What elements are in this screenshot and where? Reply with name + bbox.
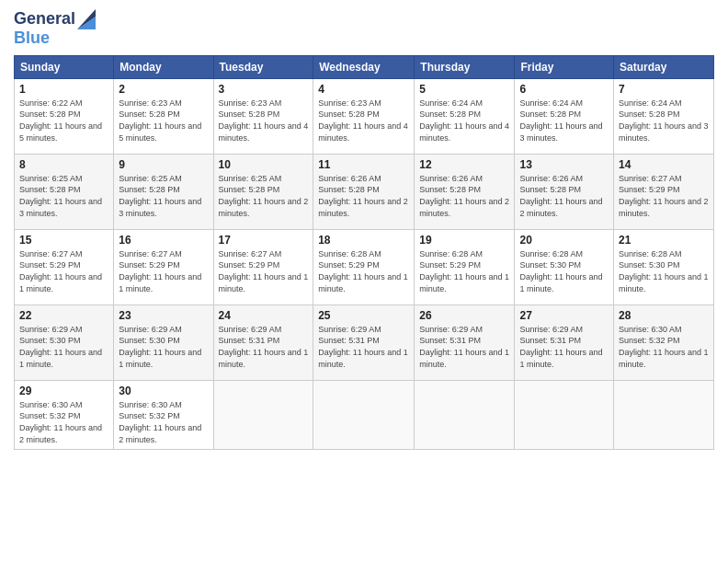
day-info: Sunrise: 6:28 AMSunset: 5:29 PMDaylight:…: [318, 248, 409, 294]
day-info: Sunrise: 6:24 AMSunset: 5:28 PMDaylight:…: [519, 98, 609, 144]
day-number: 1: [19, 83, 108, 96]
calendar-header-sunday: Sunday: [15, 55, 114, 78]
day-info: Sunrise: 6:28 AMSunset: 5:29 PMDaylight:…: [419, 248, 509, 294]
calendar-cell: 25Sunrise: 6:29 AMSunset: 5:31 PMDayligh…: [313, 304, 415, 380]
day-number: 10: [219, 158, 309, 171]
header: General Blue: [14, 9, 714, 48]
day-number: 24: [219, 309, 309, 322]
day-info: Sunrise: 6:24 AMSunset: 5:28 PMDaylight:…: [619, 98, 709, 144]
day-number: 29: [19, 385, 108, 397]
calendar-cell: [313, 380, 415, 449]
calendar-cell: 17Sunrise: 6:27 AMSunset: 5:29 PMDayligh…: [213, 229, 313, 304]
day-number: 12: [419, 158, 509, 171]
calendar-header-wednesday: Wednesday: [313, 55, 415, 78]
calendar-cell: 6Sunrise: 6:24 AMSunset: 5:28 PMDaylight…: [515, 78, 614, 154]
logo-text: General: [14, 10, 75, 29]
calendar-cell: [515, 380, 614, 449]
calendar-cell: 24Sunrise: 6:29 AMSunset: 5:31 PMDayligh…: [213, 304, 313, 380]
calendar-cell: 9Sunrise: 6:25 AMSunset: 5:28 PMDaylight…: [114, 154, 213, 229]
logo-blue: Blue: [14, 29, 96, 48]
calendar-header-thursday: Thursday: [415, 55, 515, 78]
day-info: Sunrise: 6:25 AMSunset: 5:28 PMDaylight:…: [19, 173, 108, 219]
day-number: 21: [619, 234, 709, 247]
day-number: 30: [119, 385, 208, 397]
calendar-cell: 30Sunrise: 6:30 AMSunset: 5:32 PMDayligh…: [114, 380, 213, 449]
day-number: 25: [318, 309, 409, 322]
day-number: 22: [19, 309, 108, 322]
logo-icon: [77, 9, 96, 29]
day-number: 15: [19, 234, 108, 247]
calendar-cell: 15Sunrise: 6:27 AMSunset: 5:29 PMDayligh…: [15, 229, 114, 304]
calendar-cell: [213, 380, 313, 449]
calendar-cell: 11Sunrise: 6:26 AMSunset: 5:28 PMDayligh…: [313, 154, 415, 229]
day-number: 27: [519, 309, 609, 322]
day-number: 28: [619, 309, 709, 322]
day-number: 13: [519, 158, 609, 171]
day-info: Sunrise: 6:26 AMSunset: 5:28 PMDaylight:…: [419, 173, 509, 219]
day-number: 6: [519, 83, 609, 96]
day-info: Sunrise: 6:22 AMSunset: 5:28 PMDaylight:…: [19, 98, 108, 144]
calendar-header-saturday: Saturday: [614, 55, 714, 78]
calendar-header-monday: Monday: [114, 55, 213, 78]
day-info: Sunrise: 6:28 AMSunset: 5:30 PMDaylight:…: [519, 248, 609, 294]
day-number: 3: [219, 83, 309, 96]
calendar-cell: 12Sunrise: 6:26 AMSunset: 5:28 PMDayligh…: [415, 154, 515, 229]
day-info: Sunrise: 6:23 AMSunset: 5:28 PMDaylight:…: [318, 98, 409, 144]
calendar-header-tuesday: Tuesday: [213, 55, 313, 78]
calendar-cell: 29Sunrise: 6:30 AMSunset: 5:32 PMDayligh…: [15, 380, 114, 449]
day-number: 2: [119, 83, 208, 96]
calendar-cell: 26Sunrise: 6:29 AMSunset: 5:31 PMDayligh…: [415, 304, 515, 380]
calendar-table: SundayMondayTuesdayWednesdayThursdayFrid…: [14, 55, 714, 450]
calendar-cell: 4Sunrise: 6:23 AMSunset: 5:28 PMDaylight…: [313, 78, 415, 154]
day-info: Sunrise: 6:27 AMSunset: 5:29 PMDaylight:…: [219, 248, 309, 294]
day-info: Sunrise: 6:23 AMSunset: 5:28 PMDaylight:…: [219, 98, 309, 144]
day-number: 18: [318, 234, 409, 247]
day-info: Sunrise: 6:30 AMSunset: 5:32 PMDaylight:…: [19, 399, 108, 445]
calendar-cell: 14Sunrise: 6:27 AMSunset: 5:29 PMDayligh…: [614, 154, 714, 229]
day-info: Sunrise: 6:27 AMSunset: 5:29 PMDaylight:…: [119, 248, 208, 294]
day-number: 14: [619, 158, 709, 171]
day-number: 20: [519, 234, 609, 247]
calendar-cell: 27Sunrise: 6:29 AMSunset: 5:31 PMDayligh…: [515, 304, 614, 380]
page: General Blue SundayMondayTuesdayWednesda…: [0, 0, 728, 563]
calendar-header-friday: Friday: [515, 55, 614, 78]
day-number: 17: [219, 234, 309, 247]
calendar-cell: 7Sunrise: 6:24 AMSunset: 5:28 PMDaylight…: [614, 78, 714, 154]
calendar-header-row: SundayMondayTuesdayWednesdayThursdayFrid…: [15, 55, 714, 78]
day-info: Sunrise: 6:25 AMSunset: 5:28 PMDaylight:…: [119, 173, 208, 219]
day-info: Sunrise: 6:27 AMSunset: 5:29 PMDaylight:…: [619, 173, 709, 219]
day-info: Sunrise: 6:29 AMSunset: 5:31 PMDaylight:…: [318, 324, 409, 370]
day-info: Sunrise: 6:23 AMSunset: 5:28 PMDaylight:…: [119, 98, 208, 144]
day-number: 16: [119, 234, 208, 247]
day-info: Sunrise: 6:25 AMSunset: 5:28 PMDaylight:…: [219, 173, 309, 219]
calendar-cell: 10Sunrise: 6:25 AMSunset: 5:28 PMDayligh…: [213, 154, 313, 229]
day-number: 5: [419, 83, 509, 96]
calendar-cell: 16Sunrise: 6:27 AMSunset: 5:29 PMDayligh…: [114, 229, 213, 304]
day-info: Sunrise: 6:29 AMSunset: 5:30 PMDaylight:…: [19, 324, 108, 370]
day-info: Sunrise: 6:26 AMSunset: 5:28 PMDaylight:…: [519, 173, 609, 219]
day-number: 19: [419, 234, 509, 247]
day-info: Sunrise: 6:29 AMSunset: 5:31 PMDaylight:…: [419, 324, 509, 370]
day-info: Sunrise: 6:24 AMSunset: 5:28 PMDaylight:…: [419, 98, 509, 144]
calendar-cell: 8Sunrise: 6:25 AMSunset: 5:28 PMDaylight…: [15, 154, 114, 229]
calendar-cell: 21Sunrise: 6:28 AMSunset: 5:30 PMDayligh…: [614, 229, 714, 304]
day-number: 8: [19, 158, 108, 171]
calendar-cell: [415, 380, 515, 449]
day-info: Sunrise: 6:26 AMSunset: 5:28 PMDaylight:…: [318, 173, 409, 219]
calendar-cell: 1Sunrise: 6:22 AMSunset: 5:28 PMDaylight…: [15, 78, 114, 154]
day-number: 4: [318, 83, 409, 96]
calendar-cell: 3Sunrise: 6:23 AMSunset: 5:28 PMDaylight…: [213, 78, 313, 154]
day-number: 26: [419, 309, 509, 322]
day-info: Sunrise: 6:29 AMSunset: 5:31 PMDaylight:…: [519, 324, 609, 370]
calendar-cell: 18Sunrise: 6:28 AMSunset: 5:29 PMDayligh…: [313, 229, 415, 304]
calendar-cell: 5Sunrise: 6:24 AMSunset: 5:28 PMDaylight…: [415, 78, 515, 154]
day-info: Sunrise: 6:27 AMSunset: 5:29 PMDaylight:…: [19, 248, 108, 294]
calendar-cell: 13Sunrise: 6:26 AMSunset: 5:28 PMDayligh…: [515, 154, 614, 229]
logo: General Blue: [14, 9, 96, 48]
day-number: 9: [119, 158, 208, 171]
day-number: 7: [619, 83, 709, 96]
calendar-cell: 22Sunrise: 6:29 AMSunset: 5:30 PMDayligh…: [15, 304, 114, 380]
day-info: Sunrise: 6:30 AMSunset: 5:32 PMDaylight:…: [619, 324, 709, 370]
calendar-cell: 20Sunrise: 6:28 AMSunset: 5:30 PMDayligh…: [515, 229, 614, 304]
day-number: 11: [318, 158, 409, 171]
